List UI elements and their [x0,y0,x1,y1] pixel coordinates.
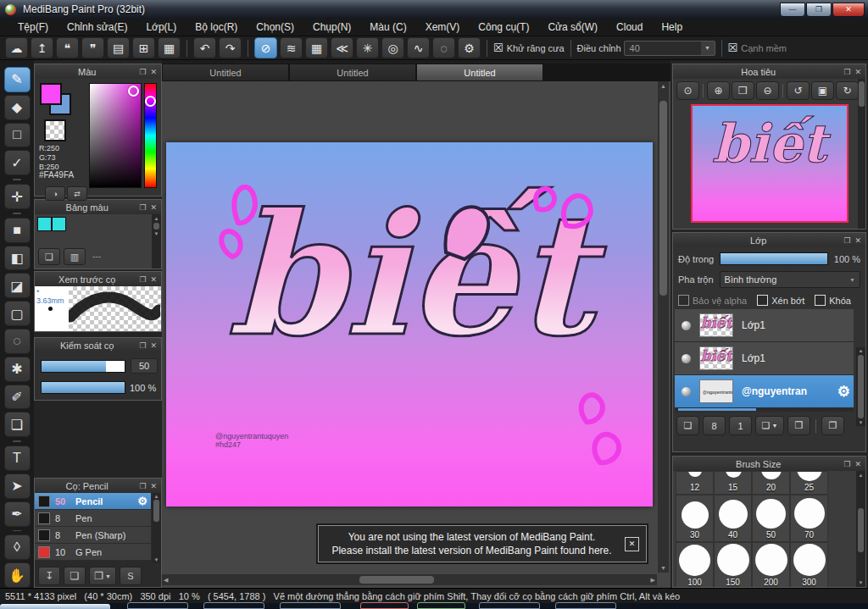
brush-size-option[interactable]: 300 [790,542,828,587]
redo-button[interactable]: ↷ [219,37,242,58]
scroll-thumb[interactable] [359,576,434,584]
layer-visibility-toggle[interactable] [682,387,691,396]
popout-icon[interactable]: ❐ [139,203,146,212]
artwork-canvas[interactable]: biết @nguyentrantuquyen #hd247 [166,142,653,507]
palette-new-button[interactable]: ❏ [38,248,60,265]
popout-icon[interactable]: ❐ [139,275,146,284]
magic-wand-tool[interactable]: ✱ [4,357,31,382]
scroll-thumb[interactable] [858,508,864,552]
popout-icon[interactable]: ❐ [843,460,850,468]
swap-colors-button[interactable]: ⇄ [67,186,87,201]
circle-snap-button[interactable]: ◎ [381,37,404,58]
scroll-up-icon[interactable]: ▲ [153,493,160,500]
scroll-down-icon[interactable]: ▼ [857,579,865,587]
brush-size-option[interactable]: 20 [752,471,790,495]
scroll-right-icon[interactable]: ▶ [649,575,657,585]
palette-swatch[interactable] [52,217,66,231]
lasso-tool[interactable]: ◌ [4,329,31,354]
scroll-left-icon[interactable]: ◀ [162,575,170,585]
brush-size-option[interactable]: 12 [676,471,714,495]
menu-cloud[interactable]: Cloud [607,21,652,33]
brush-add-button[interactable]: ❏ [64,567,86,585]
brush-tool[interactable]: ✎ [4,67,31,92]
close-icon[interactable]: ✕ [150,203,157,212]
palette-swatch[interactable] [37,217,52,231]
brush-list-header[interactable]: Cọ: Pencil ❐ ✕ [35,479,161,493]
antialias-checkbox[interactable]: ☒ Khử răng cưa [493,42,565,53]
saturation-value-picker[interactable] [89,83,142,188]
vanishing-snap-button[interactable]: ≪ [331,37,353,58]
ellipse-snap-button[interactable]: ◌ [432,37,455,58]
new-8bit-layer-button[interactable]: 8 [703,416,726,435]
grid-edit-button[interactable]: ▦ [158,37,181,58]
layer-row[interactable]: biết Lớp1 [675,342,854,375]
brush-size-option[interactable]: 15 [714,471,752,495]
taskbar-segment[interactable] [280,602,341,609]
horizontal-scrollbar[interactable]: ◀ ▶ [162,574,657,585]
brush-opacity-slider[interactable] [41,381,125,394]
menu-view[interactable]: Xem(V) [416,21,470,33]
brush-cloud-download-button[interactable]: ↧ [38,567,60,585]
popout-icon[interactable]: ❐ [843,68,850,76]
scroll-up-icon[interactable]: ▲ [858,347,865,354]
scroll-thumb[interactable] [859,81,865,107]
navigator-header[interactable]: Hoa tiêu ❐ ✕ [673,64,865,79]
taskbar-segment[interactable] [555,602,616,609]
scroll-up-icon[interactable]: ▲ [153,214,161,223]
add-layer-menu-button[interactable]: ❏▼ [755,416,784,435]
eraser-tool[interactable]: ◆ [4,95,31,120]
popout-icon[interactable]: ❐ [139,341,146,350]
menu-help[interactable]: Help [652,21,692,33]
hue-slider[interactable] [144,83,157,188]
palette-scrollbar[interactable]: ▲ ▼ [152,214,161,269]
bucket-tool[interactable]: ◧ [4,246,31,271]
brush-row-pen-sharp[interactable]: 8 Pen (Sharp) [35,527,151,544]
close-icon[interactable]: ✕ [150,482,157,490]
close-button[interactable]: ✕ [832,3,865,17]
document-button[interactable]: ▤ [107,37,130,58]
new-layer-button[interactable]: ❏ [676,416,699,435]
brush-size-header[interactable]: Brush Size ❐ ✕ [673,457,865,471]
undo-button[interactable]: ↶ [193,37,216,58]
taskbar-segment[interactable] [127,602,188,609]
menu-filter[interactable]: Bộ lọc(R) [186,21,247,33]
title-bar[interactable]: MediBang Paint Pro (32bit) — ❐ ✕ [0,0,868,19]
select-eraser-tool[interactable]: ❏ [4,412,31,437]
pen-tool[interactable]: ✒ [4,501,31,527]
close-icon[interactable]: ✕ [854,68,861,76]
color-panel-header[interactable]: Màu ❐ ✕ [35,64,161,79]
color-wheel-button[interactable]: ◑ [45,186,65,201]
transparent-color-swatch[interactable] [44,119,66,141]
move-tool[interactable]: ✛ [4,184,31,209]
scroll-thumb[interactable] [659,101,667,296]
navigator-thumbnail[interactable]: biết [691,104,849,223]
taskbar-segment[interactable] [203,602,264,609]
eyedropper-tool[interactable]: ◊ [4,534,31,560]
menu-color[interactable]: Màu (C) [360,21,415,33]
brush-size-option[interactable]: 25 [790,471,828,495]
taskbar-segment[interactable] [360,602,409,609]
comment-button[interactable]: ❝ [56,37,79,58]
menu-window[interactable]: Cửa sổ(W) [538,21,607,33]
fill-rect-tool[interactable]: ■ [4,218,31,243]
scroll-up-icon[interactable]: ▲ [857,471,865,479]
scroll-down-icon[interactable]: ▼ [153,556,160,563]
document-tab[interactable]: Untitled [289,64,416,81]
layer-visibility-toggle[interactable] [682,321,691,330]
rotate-ccw-button[interactable]: ↺ [787,81,810,100]
popout-icon[interactable]: ❐ [843,236,850,245]
layers-scrollbar[interactable]: ▲ ▼ [856,347,865,426]
document-tab[interactable]: Untitled [162,64,289,81]
close-icon[interactable]: ✕ [150,275,157,284]
scroll-up-icon[interactable]: ▲ [659,81,668,91]
scroll-down-icon[interactable]: ▼ [153,230,161,238]
select-tool[interactable]: ▢ [4,301,31,326]
brush-row-pen[interactable]: 8 Pen [35,510,151,527]
brush-size-slider[interactable] [41,360,125,373]
brush-size-option[interactable]: 50 [752,495,790,542]
zoom-in-button[interactable]: ⊕ [707,81,730,100]
new-folder-button[interactable]: ❒ [787,416,810,435]
brush-row-pencil[interactable]: 50 Pencil ⚙ [35,493,151,510]
gear-icon[interactable]: ⚙ [137,495,147,507]
polyline-tool[interactable]: ✓ [4,150,31,175]
